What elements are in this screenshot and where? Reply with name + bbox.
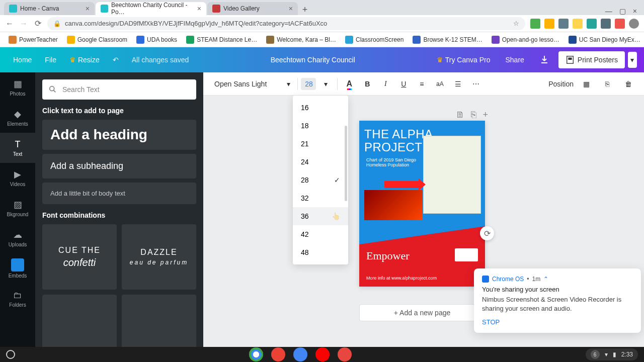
back-icon[interactable]: ← bbox=[5, 19, 14, 28]
size-option-48[interactable]: 48 bbox=[293, 243, 348, 261]
bookmark-item[interactable]: Welcome, Kara – Bl… bbox=[263, 34, 340, 45]
extension-icon[interactable] bbox=[587, 19, 597, 29]
bookmark-item[interactable]: PowerTeacher bbox=[5, 34, 61, 45]
bookmark-item[interactable]: STEAM Distance Le… bbox=[183, 34, 261, 45]
system-tray[interactable]: 6 ▾ ▮ 2:33 bbox=[586, 348, 638, 360]
gmail-icon[interactable] bbox=[271, 347, 285, 361]
download-button[interactable] bbox=[533, 52, 555, 68]
poster-page[interactable]: The AlphaProject Chart of 2019 San Diego… bbox=[359, 121, 485, 287]
poster-chart-image[interactable] bbox=[423, 136, 481, 214]
try-pro-button[interactable]: ♛ Try Canva Pro bbox=[431, 53, 496, 67]
bookmark-item[interactable]: Open-and-go lesso… bbox=[488, 34, 563, 45]
refresh-icon[interactable]: ⟳ bbox=[480, 226, 494, 240]
font-color-button[interactable]: A bbox=[341, 75, 358, 93]
size-option-32[interactable]: 32 bbox=[293, 189, 348, 207]
font-combo-item[interactable]: DAZZLEeau de parfum bbox=[122, 224, 196, 290]
size-option-28[interactable]: 28✓ bbox=[293, 171, 348, 189]
app-icon[interactable] bbox=[338, 347, 352, 361]
tab-video-gallery[interactable]: Video Gallery × bbox=[207, 2, 298, 15]
close-icon[interactable]: × bbox=[289, 5, 293, 13]
add-heading-button[interactable]: Add a heading bbox=[42, 120, 196, 150]
close-icon[interactable]: × bbox=[197, 5, 201, 13]
rail-text[interactable]: TText bbox=[0, 133, 35, 163]
bookmark-item[interactable]: UC San Diego MyEx… bbox=[565, 34, 644, 45]
star-icon[interactable]: ☆ bbox=[513, 20, 519, 27]
size-option-16[interactable]: 16 bbox=[293, 99, 348, 117]
size-option-18[interactable]: 18 bbox=[293, 117, 348, 135]
chevron-up-icon[interactable]: ⌃ bbox=[543, 276, 548, 283]
add-body-text-button[interactable]: Add a little bit of body text bbox=[42, 183, 196, 204]
font-size-dropdown-button[interactable]: ▾ bbox=[317, 75, 334, 93]
copy-button[interactable]: ⎘ bbox=[599, 75, 616, 93]
close-icon[interactable]: × bbox=[86, 5, 90, 13]
share-button[interactable]: Share bbox=[499, 53, 530, 67]
print-chevron-down-icon[interactable]: ▾ bbox=[628, 52, 637, 68]
scrollbar[interactable] bbox=[345, 126, 347, 201]
uppercase-button[interactable]: aA bbox=[431, 75, 448, 93]
rail-videos[interactable]: ▶Videos bbox=[0, 163, 35, 193]
notes-icon[interactable]: 🗎 bbox=[456, 110, 465, 120]
rail-uploads[interactable]: ☁Uploads bbox=[0, 223, 35, 253]
bookmark-item[interactable]: UDA books bbox=[133, 34, 181, 45]
alignment-button[interactable]: ≡ bbox=[413, 75, 430, 93]
add-new-page-button[interactable]: + Add a new page bbox=[359, 304, 485, 321]
list-button[interactable]: ☰ bbox=[449, 75, 466, 93]
bookmark-item[interactable]: Google Classroom bbox=[63, 34, 131, 45]
print-posters-button[interactable]: Print Posters bbox=[558, 51, 625, 68]
extension-icon[interactable] bbox=[558, 19, 569, 29]
transparency-button[interactable]: ▦ bbox=[578, 75, 595, 93]
size-option-21[interactable]: 21 bbox=[293, 135, 348, 153]
search-input[interactable]: Search Text bbox=[42, 79, 196, 100]
forward-icon[interactable]: → bbox=[19, 19, 28, 28]
rail-elements[interactable]: ◆Elements bbox=[0, 103, 35, 133]
bookmark-item[interactable]: ClassroomScreen bbox=[342, 34, 407, 45]
rail-folders[interactable]: 🗀Folders bbox=[0, 284, 35, 314]
bold-button[interactable]: B bbox=[359, 75, 376, 93]
document-title[interactable]: Beechtown Charity Council bbox=[271, 56, 355, 64]
add-page-icon[interactable]: + bbox=[482, 110, 488, 120]
new-tab-button[interactable]: + bbox=[299, 5, 311, 15]
poster-logo[interactable] bbox=[455, 248, 478, 261]
resize-button[interactable]: ♛Resize bbox=[63, 53, 106, 67]
extension-icon[interactable] bbox=[601, 19, 611, 29]
extension-icon[interactable] bbox=[573, 19, 583, 29]
bookmark-item[interactable]: Browse K-12 STEM… bbox=[409, 34, 486, 45]
add-subheading-button[interactable]: Add a subheading bbox=[42, 154, 196, 178]
undo-icon[interactable]: ↶ bbox=[107, 53, 125, 67]
font-family-select[interactable]: Open Sans Light ▾ bbox=[210, 78, 294, 90]
poster-arrow[interactable] bbox=[384, 181, 420, 188]
tab-active[interactable]: Beechtown Charity Council - Po… × bbox=[96, 2, 206, 15]
rail-embeds[interactable]: Embeds bbox=[0, 253, 35, 284]
launcher-icon[interactable] bbox=[6, 350, 15, 359]
duplicate-page-icon[interactable]: ⎘ bbox=[471, 110, 476, 120]
close-window-icon[interactable]: × bbox=[633, 7, 637, 15]
chrome-icon[interactable] bbox=[249, 347, 263, 361]
extension-icon[interactable] bbox=[530, 19, 540, 29]
maximize-icon[interactable]: ▢ bbox=[619, 7, 626, 15]
profile-icon[interactable] bbox=[629, 19, 639, 29]
reload-icon[interactable]: ⟳ bbox=[33, 19, 42, 28]
position-button[interactable]: Position bbox=[548, 80, 574, 88]
font-size-input[interactable]: 28 bbox=[301, 78, 316, 90]
more-icon[interactable]: ⋯ bbox=[467, 75, 485, 93]
delete-button[interactable]: 🗑 bbox=[620, 75, 637, 93]
stop-sharing-button[interactable]: STOP bbox=[482, 318, 633, 326]
rail-background[interactable]: ▨Bkground bbox=[0, 193, 35, 223]
poster-image[interactable] bbox=[364, 190, 422, 220]
docs-icon[interactable] bbox=[293, 347, 307, 361]
tab-canva-home[interactable]: Home - Canva × bbox=[4, 2, 95, 15]
poster-footer-text[interactable]: More info at www.alphaproject.com bbox=[366, 276, 437, 281]
underline-button[interactable]: U bbox=[395, 75, 412, 93]
poster-script-text[interactable]: Empower bbox=[366, 249, 410, 262]
font-combo-item[interactable]: CUE THEconfetti bbox=[42, 224, 117, 290]
italic-button[interactable]: I bbox=[377, 75, 394, 93]
extension-icon[interactable] bbox=[544, 19, 554, 29]
size-option-24[interactable]: 24 bbox=[293, 153, 348, 171]
file-menu[interactable]: File bbox=[39, 53, 62, 67]
size-option-42[interactable]: 42 bbox=[293, 225, 348, 243]
size-option-36[interactable]: 36👆 bbox=[293, 207, 348, 225]
rail-photos[interactable]: ▦Photos bbox=[0, 72, 35, 103]
extension-icon[interactable] bbox=[615, 19, 625, 29]
address-bar[interactable]: 🔒 canva.com/design/DAD9fMfXkBY/VEJjfFIMq… bbox=[47, 17, 525, 30]
home-button[interactable]: Home bbox=[7, 53, 38, 67]
